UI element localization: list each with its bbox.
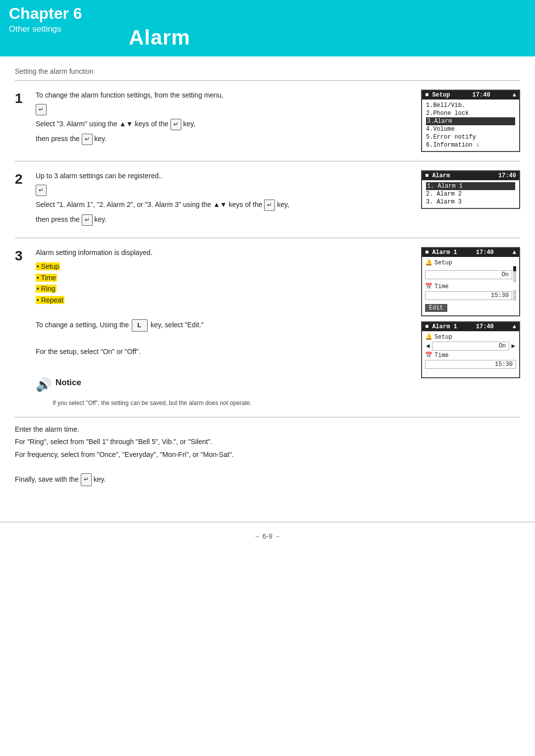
alarm-label: Alarm (129, 26, 190, 50)
screen-row: 2.Phone lock (426, 109, 515, 117)
extra-line-3: For frequency, select from "Once", "Ever… (15, 449, 520, 461)
time-label: Time (434, 283, 449, 290)
edit-button: Edit (425, 304, 447, 312)
alarm-screen-a-scroll: ▲ (513, 249, 516, 256)
screen-row: 4.Volume (426, 125, 515, 133)
main-content: Setting the alarm function 1 To change t… (0, 56, 535, 507)
alarm-screen-b-time: 17:40 (476, 323, 494, 330)
notice-label: Notice (55, 376, 81, 389)
extra-line-2: For "Ring", select from "Bell 1" through… (15, 436, 520, 448)
footer-text: － 6-9 － (254, 532, 281, 540)
left-arrow[interactable]: ◄ (425, 343, 431, 350)
alarm-screen-a-header: ■ Alarm 1 17:40 ▲ (422, 248, 519, 257)
scroll-bar-lower: █ █ (513, 290, 516, 301)
enter-key-icon: ↵ (36, 104, 47, 115)
edit-btn-row: Edit (425, 302, 516, 313)
device-screen-2: ■ Alarm 17:40 1. Alarm 1 2. Alarm 2 3. A… (421, 170, 520, 209)
bell-icon: 🔔 (425, 259, 432, 266)
alarm-screen-b-title: ■ Alarm 1 (425, 323, 457, 330)
setup-value-row: On █ █ █ (425, 266, 516, 283)
highlight-setup: • Setup (36, 262, 60, 270)
step-3-body: Alarm setting information is displayed. … (36, 247, 421, 408)
time-label-b: Time (434, 352, 449, 359)
extra-line-4: Finally, save with the ↵ key. (15, 473, 520, 486)
step-1-row: 1 To change the alarm function settings,… (15, 80, 520, 161)
calendar-icon-b: 📅 (425, 352, 432, 359)
time-value-row: 15:30 █ █ (425, 290, 516, 301)
screen-1-scroll: ▲ (513, 92, 516, 99)
screen-row: 3. Alarm 3 (426, 198, 515, 206)
step-3-line1: Alarm setting information is displayed. (36, 247, 412, 258)
chapter-subtitle: Other settings (9, 24, 105, 34)
step-3-highlights: • Setup • Time • Ring • Repeat (36, 261, 412, 305)
step-3-screens: ■ Alarm 1 17:40 ▲ 🔔 Setup On █ █ █ (421, 247, 520, 378)
step-2-line2: Select "1. Alarm 1", "2. Alarm 2", or "3… (36, 199, 412, 211)
notice-row: 🔊 Notice (36, 376, 412, 396)
screen-2-title: ■ Alarm (425, 172, 450, 179)
step-1-line2: Select "3. Alarm" using the ▲▼ keys of t… (36, 118, 412, 130)
step-2-body: Up to 3 alarm settings can be registered… (36, 170, 421, 229)
alarm-screen-a-time: 17:40 (476, 249, 494, 256)
time-value: 15:30 (425, 291, 512, 300)
section-title: Setting the alarm function (15, 67, 520, 75)
scroll-bar: █ █ █ (513, 266, 516, 283)
screen-row: 5.Error notify (426, 133, 515, 141)
time-row: 📅 Time (425, 283, 516, 290)
notice-text: If you select "Off", the setting can be … (53, 399, 412, 408)
step-2-screen: ■ Alarm 17:40 1. Alarm 1 2. Alarm 2 3. A… (421, 170, 520, 209)
screen-row-highlighted: 3.Alarm (426, 117, 515, 125)
step-1-line1: To change the alarm function settings, f… (36, 90, 412, 101)
alarm-screen-b: ■ Alarm 1 17:40 ▲ 🔔 Setup ◄ On ► � (421, 321, 520, 378)
calendar-icon: 📅 (425, 283, 432, 290)
step-1-number: 1 (15, 91, 36, 106)
setup-label: Setup (434, 259, 452, 266)
key-icon-enter1: ↵ (82, 134, 93, 145)
setup-label-b: Setup (434, 334, 452, 341)
setup-row: 🔔 Setup (425, 259, 516, 266)
highlight-ring: • Ring (36, 285, 56, 293)
step-2-line3: then press the ↵ key. (36, 214, 412, 226)
alarm-screen-a-title: ■ Alarm 1 (425, 249, 457, 256)
screen-1-time: 17:40 (473, 92, 490, 99)
step-2-key-icon-row: ↵ (36, 184, 412, 196)
step-3-number: 3 (15, 248, 36, 264)
l-key-icon: L (132, 319, 148, 332)
setup-value: On (425, 270, 512, 279)
enter-key-icon-2: ↵ (36, 185, 47, 196)
step-2-number: 2 (15, 171, 36, 187)
step-1-screen: ■ Setup 17:40 ▲ 1.Bell/Vib. 2.Phone lock… (421, 90, 520, 152)
alarm-screen-b-scroll: ▲ (513, 323, 516, 330)
step-2-line1: Up to 3 alarm settings can be registered… (36, 170, 412, 181)
screen-1-header: ■ Setup 17:40 ▲ (422, 91, 519, 100)
screen-row: 2. Alarm 2 (426, 190, 515, 198)
step-3-row: 3 Alarm setting information is displayed… (15, 238, 520, 417)
highlight-time: • Time (36, 274, 57, 282)
chapter-label: Chapter 6 Other settings (0, 0, 114, 54)
screen-row: 6.Information ↓ (426, 141, 515, 149)
key-icon-nav2: ↵ (264, 200, 275, 211)
extra-line-1: Enter the alarm time. (15, 423, 520, 436)
step-3-line3: For the setup, select "On" or "Off". (36, 346, 412, 357)
bell-icon-b: 🔔 (425, 333, 432, 341)
screen-1-title: ■ Setup (425, 92, 450, 99)
highlight-repeat: • Repeat (36, 296, 64, 304)
alarm-screen-b-header: ■ Alarm 1 17:40 ▲ (422, 322, 519, 331)
alarm-screen-a: ■ Alarm 1 17:40 ▲ 🔔 Setup On █ █ █ (421, 247, 520, 316)
alarm-screen-a-body: 🔔 Setup On █ █ █ 📅 Time (422, 257, 519, 315)
step-2-row: 2 Up to 3 alarm settings can be register… (15, 161, 520, 238)
step-1-line3: then press the ↵ key. (36, 133, 412, 145)
screen-row-highlighted: 1. Alarm 1 (426, 182, 515, 190)
step-1-key-icon-row: ↵ (36, 103, 412, 115)
device-screen-1: ■ Setup 17:40 ▲ 1.Bell/Vib. 2.Phone lock… (421, 90, 520, 152)
time-row-b: 📅 Time (425, 352, 516, 359)
key-icon-nav1: ↵ (170, 119, 181, 130)
enter-key-icon-final: ↵ (81, 473, 92, 486)
chapter-title: Chapter 6 (9, 5, 105, 22)
notice-icon: 🔊 (36, 375, 52, 396)
on-arrows-row: ◄ On ► (425, 341, 516, 352)
screen-1-body: 1.Bell/Vib. 2.Phone lock 3.Alarm 4.Volum… (422, 100, 519, 151)
time-value-b: 15:30 (425, 360, 516, 369)
page-header: Chapter 6 Other settings Alarm (0, 0, 535, 54)
right-arrow[interactable]: ► (510, 343, 516, 350)
step-3-line2: To change a setting, Using the L key, se… (36, 319, 412, 332)
